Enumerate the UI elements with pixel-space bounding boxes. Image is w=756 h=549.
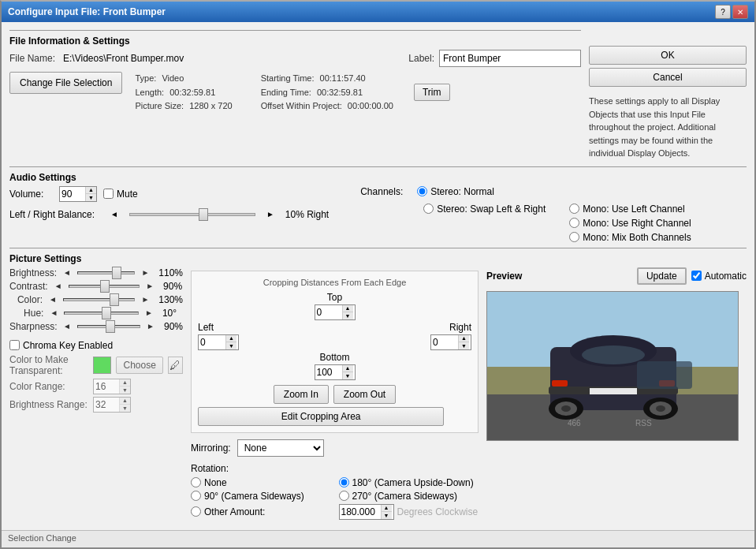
rot-other-radio[interactable] [191,506,201,517]
color-left-arrow[interactable]: ◄ [47,295,58,304]
rot-other-up: ▲ [382,505,392,512]
brightness-slider[interactable] [77,271,135,274]
chroma-checkbox[interactable] [9,340,20,350]
contrast-right-arrow[interactable]: ► [144,282,155,290]
title-bar: Configure Input File: Front Bumper ? ✕ [2,2,754,22]
zoom-in-button[interactable]: Zoom In [274,385,329,404]
brightness-thumb[interactable] [112,267,121,279]
chroma-checkbox-label[interactable]: Chroma Key Enabled [9,340,183,351]
contrast-left-arrow[interactable]: ◄ [53,282,64,290]
crop-left-up[interactable]: ▲ [226,335,236,342]
automatic-checkbox-label[interactable]: Automatic [691,271,747,282]
mono-right-label[interactable]: Mono: Use Right Channel [569,218,691,229]
crop-bottom-up[interactable]: ▲ [343,365,353,372]
mute-checkbox[interactable] [103,189,114,199]
mono-left-label[interactable]: Mono: Use Left Channel [569,204,691,215]
hue-thumb[interactable] [102,307,111,319]
brightness-row: Brightness: ◄ ► 110% [9,267,183,278]
rot-180-label[interactable]: 180° (Camera Upside-Down) [339,477,479,488]
sharpness-thumb[interactable] [106,320,115,333]
mute-label: Mute [117,189,138,200]
automatic-checkbox[interactable] [691,271,702,281]
crop-bottom-down[interactable]: ▼ [343,372,353,379]
rot-none-radio[interactable] [191,477,201,487]
rot-270-text: 270° (Camera Sideways) [352,491,458,502]
brightness-left-arrow[interactable]: ◄ [61,268,73,277]
label-input[interactable] [439,50,581,67]
color-right-arrow[interactable]: ► [140,295,151,304]
crop-left-input[interactable] [199,336,225,349]
crop-left-down[interactable]: ▼ [226,342,236,349]
cancel-button[interactable]: Cancel [589,68,747,87]
ok-button[interactable]: OK [589,46,747,65]
crop-top-down[interactable]: ▼ [343,312,353,319]
crop-bottom-arrows: ▲ ▼ [342,365,353,379]
crop-right-input[interactable] [431,336,458,349]
contrast-slider[interactable] [69,285,140,288]
stereo-swap-radio[interactable] [423,204,434,214]
mute-checkbox-label[interactable]: Mute [103,189,138,200]
mono-both-radio[interactable] [569,232,579,242]
edit-cropping-button[interactable]: Edit Cropping Area [198,407,444,426]
crop-top-input[interactable] [315,306,342,319]
rot-other-label[interactable]: Other Amount: [191,504,331,520]
contrast-label: Contrast: [9,281,48,292]
hue-slider[interactable] [64,312,139,315]
mono-left-text: Mono: Use Left Channel [583,204,684,215]
start-value: 00:11:57.40 [320,73,366,83]
file-info-title: File Information & Settings [9,35,581,47]
size-value: 1280 x 720 [189,101,232,110]
volume-down[interactable]: ▼ [86,194,96,201]
sharpness-label: Sharpness: [9,321,57,332]
chroma-range-arrows: ▲ ▼ [119,379,130,394]
volume-input[interactable] [60,188,85,200]
change-file-button[interactable]: Change File Selection [9,72,122,94]
crop-top-input-row: ▲ ▼ [198,304,471,320]
trim-button[interactable]: Trim [414,84,450,101]
stereo-normal-radio[interactable] [417,186,427,196]
crop-left-spinbox[interactable]: ▲ ▼ [198,334,239,350]
rot-90-label[interactable]: 90° (Camera Sideways) [191,491,331,502]
color-swatch [93,357,111,374]
volume-spinbox[interactable]: ▲ ▼ [59,186,97,202]
hue-right-arrow[interactable]: ► [143,308,155,317]
rotation-label: Rotation: [191,463,229,474]
crop-top-up[interactable]: ▲ [343,305,353,312]
svg-point-6 [582,345,645,364]
rot-270-radio[interactable] [339,491,349,501]
stereo-normal-label[interactable]: Stereo: Normal [417,186,494,197]
offset-value: 00:00:00.00 [348,101,393,110]
rot-180-radio[interactable] [339,477,349,487]
crop-right-up[interactable]: ▲ [459,335,469,342]
volume-up[interactable]: ▲ [86,187,96,194]
rot-none-label[interactable]: None [191,477,331,488]
color-slider[interactable] [63,298,136,301]
zoom-out-button[interactable]: Zoom Out [333,385,396,404]
mirroring-select[interactable]: None Horizontal Vertical Both [237,439,324,457]
crop-bottom-input[interactable] [315,366,342,379]
rot-90-radio[interactable] [191,491,201,501]
update-button[interactable]: Update [637,267,687,285]
brightness-right-arrow[interactable]: ► [140,268,151,277]
rot-270-label[interactable]: 270° (Camera Sideways) [339,491,479,502]
balance-slider-thumb[interactable] [199,208,208,221]
crop-right-spinbox[interactable]: ▲ ▼ [430,334,471,350]
rot-other-arrows: ▲ ▼ [381,505,392,519]
crop-top-spinbox[interactable]: ▲ ▼ [315,304,356,320]
sharpness-left-arrow[interactable]: ◄ [61,322,73,331]
mono-right-radio[interactable] [569,218,579,228]
mono-left-radio[interactable] [569,204,579,214]
contrast-thumb[interactable] [100,280,110,293]
hue-left-arrow[interactable]: ◄ [48,308,59,317]
stereo-swap-label[interactable]: Stereo: Swap Left & Right [423,204,546,215]
sharpness-right-arrow[interactable]: ► [145,322,156,331]
sharpness-slider[interactable] [77,325,140,328]
color-thumb[interactable] [110,293,119,306]
crop-right-down[interactable]: ▼ [459,342,469,349]
mono-both-label[interactable]: Mono: Mix Both Channels [569,232,691,243]
help-button[interactable]: ? [715,5,731,19]
crop-bottom-spinbox[interactable]: ▲ ▼ [315,364,356,380]
balance-slider-track[interactable] [129,213,255,216]
close-button[interactable]: ✕ [732,5,748,19]
mono-right-text: Mono: Use Right Channel [583,218,691,229]
